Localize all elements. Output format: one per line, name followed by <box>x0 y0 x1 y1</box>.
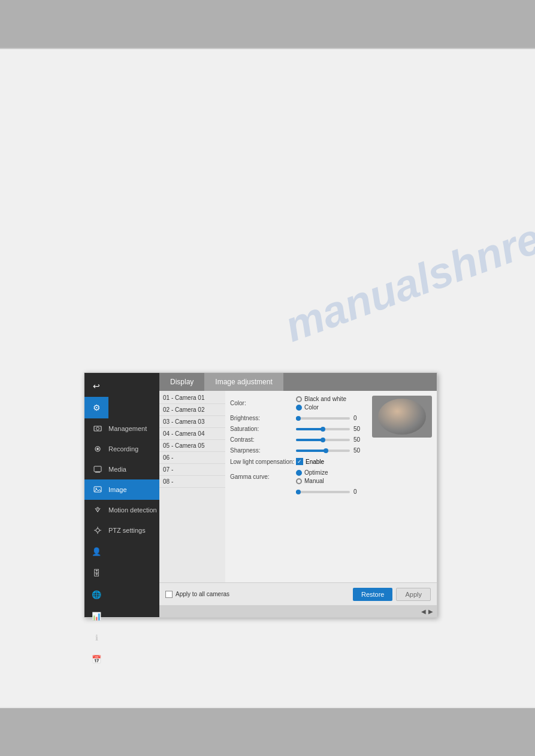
sharpness-thumb[interactable] <box>324 448 328 453</box>
image-label: Image <box>108 486 127 493</box>
recording-label: Recording <box>108 445 138 453</box>
sidebar-item-image[interactable]: Image <box>84 479 159 500</box>
action-bar: Apply to all cameras Restore Apply <box>159 582 437 605</box>
apply-button[interactable]: Apply <box>396 588 431 601</box>
gamma-manual-option[interactable]: Manual <box>296 478 328 484</box>
camera-item-03[interactable]: 03 - Camera 03 <box>159 416 225 428</box>
gamma-optimize-option[interactable]: Optimize <box>296 469 328 476</box>
calendar-icon: 📅 <box>92 655 101 664</box>
person-nav-icon[interactable]: 👤 <box>84 541 108 562</box>
sharpness-fill <box>296 450 326 452</box>
sharpness-slider-track[interactable] <box>296 450 350 452</box>
camera-item-05[interactable]: 05 - Camera 05 <box>159 440 225 452</box>
sidebar-item-management[interactable]: Management <box>84 418 159 439</box>
gamma-slider-track[interactable] <box>296 491 350 493</box>
camera-item-07[interactable]: 07 - <box>159 464 225 476</box>
brightness-label: Brightness: <box>230 415 296 421</box>
tab-display[interactable]: Display <box>159 373 204 391</box>
sidebar-item-motion-detection[interactable]: Motion detection <box>84 500 159 520</box>
camera-item-04[interactable]: 04 - Camera 04 <box>159 428 225 440</box>
media-icon <box>87 459 108 479</box>
image-icon <box>87 479 108 500</box>
contrast-slider-track[interactable] <box>296 439 350 441</box>
sidebar-item-recording[interactable]: Recording <box>84 439 159 459</box>
database-icon: 🗄 <box>93 569 101 578</box>
settings-panel: Color: Black and white Color <box>225 391 437 582</box>
main-content: Display Image adjustment 01 - Camera 01 … <box>159 373 437 617</box>
scroll-left-arrow[interactable]: ◀ <box>421 608 426 615</box>
action-buttons: Restore Apply <box>353 588 431 601</box>
preview-image <box>378 399 426 435</box>
sidebar-top-icons: ↩ ⚙ <box>84 373 159 418</box>
brightness-thumb[interactable] <box>296 416 301 421</box>
contrast-value: 50 <box>353 436 365 443</box>
contrast-label: Contrast: <box>230 436 296 443</box>
contrast-fill <box>296 439 323 441</box>
calendar-nav-icon[interactable]: 📅 <box>84 648 108 670</box>
person-icon: 👤 <box>92 547 101 556</box>
back-nav-icon[interactable]: ↩ <box>84 375 108 397</box>
recording-icon <box>87 439 108 459</box>
sidebar: ↩ ⚙ Management <box>84 373 159 617</box>
apply-all-label: Apply to all cameras <box>176 591 229 597</box>
apply-all-checkbox[interactable] <box>165 591 173 598</box>
settings-area: 01 - Camera 01 02 - Camera 02 03 - Camer… <box>159 391 437 582</box>
contrast-thumb[interactable] <box>321 438 325 442</box>
sharpness-value: 50 <box>353 447 365 454</box>
database-nav-icon[interactable]: 🗄 <box>84 562 108 584</box>
camera-item-02[interactable]: 02 - Camera 02 <box>159 404 225 416</box>
motion-detection-label: Motion detection <box>108 506 157 514</box>
gamma-manual-circle <box>296 478 302 484</box>
gamma-thumb[interactable] <box>296 490 301 494</box>
gamma-setting-row: Gamma curve: Optimize Manual <box>230 469 432 484</box>
sharpness-setting-row: Sharpness: 50 <box>230 447 432 454</box>
gamma-radio-group: Optimize Manual <box>296 469 328 484</box>
gamma-optimize-circle <box>296 470 302 476</box>
network-nav-icon[interactable]: 🌐 <box>84 584 108 605</box>
bottom-bar <box>0 708 535 756</box>
sidebar-item-media[interactable]: Media <box>84 459 159 479</box>
color-color-option[interactable]: Color <box>296 404 346 411</box>
gamma-slider-container: 0 <box>296 488 365 495</box>
gamma-value: 0 <box>353 488 365 495</box>
low-light-checkbox[interactable] <box>296 458 303 465</box>
scroll-right-arrow[interactable]: ▶ <box>428 608 433 615</box>
ui-panel: ↩ ⚙ Management <box>84 372 437 618</box>
svg-point-3 <box>96 448 99 450</box>
svg-rect-4 <box>94 466 101 472</box>
restore-button[interactable]: Restore <box>353 588 393 601</box>
color-radio-group: Black and white Color <box>296 396 346 411</box>
gamma-label: Gamma curve: <box>230 473 296 480</box>
top-bar <box>0 0 535 48</box>
gamma-optimize-label: Optimize <box>304 469 328 476</box>
management-label: Management <box>108 425 147 432</box>
camera-item-08[interactable]: 08 - <box>159 476 225 488</box>
saturation-value: 50 <box>353 426 365 432</box>
saturation-slider-track[interactable] <box>296 428 350 430</box>
low-light-checkbox-item[interactable]: Enable <box>296 458 324 465</box>
media-label: Media <box>108 466 126 473</box>
sidebar-bottom-icons: 👤 🗄 🌐 📊 ℹ 📅 <box>84 541 159 670</box>
chart-nav-icon[interactable]: 📊 <box>84 605 108 627</box>
info-nav-icon[interactable]: ℹ <box>84 627 108 648</box>
tab-image-adjustment[interactable]: Image adjustment <box>204 373 283 391</box>
content-area: manualshnre.com ↩ ⚙ <box>0 49 535 707</box>
bw-radio-circle <box>296 396 302 402</box>
back-icon: ↩ <box>93 381 100 391</box>
svg-point-1 <box>96 427 99 430</box>
settings-icon: ⚙ <box>93 403 101 412</box>
color-radio-circle <box>296 405 302 411</box>
low-light-checkbox-label: Enable <box>306 459 324 465</box>
network-icon: 🌐 <box>92 590 101 599</box>
motion-icon <box>87 500 108 520</box>
settings-nav-icon[interactable]: ⚙ <box>84 397 108 418</box>
tab-bar: Display Image adjustment <box>159 373 437 391</box>
camera-item-06[interactable]: 06 - <box>159 452 225 464</box>
chart-icon: 📊 <box>92 612 101 621</box>
brightness-slider-track[interactable] <box>296 417 350 420</box>
gamma-slider-row: 0 <box>230 488 432 495</box>
color-bw-option[interactable]: Black and white <box>296 396 346 402</box>
camera-item-01[interactable]: 01 - Camera 01 <box>159 392 225 404</box>
sidebar-item-ptz[interactable]: PTZ settings <box>84 520 159 541</box>
saturation-thumb[interactable] <box>321 427 325 432</box>
